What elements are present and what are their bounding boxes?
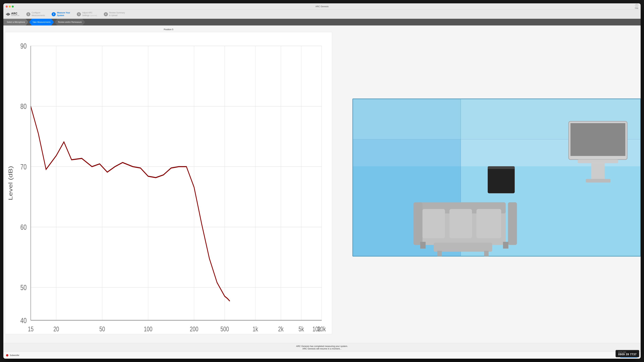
step-1-number: 1 (26, 12, 30, 16)
svg-text:90: 90 (20, 42, 27, 50)
step-3-label: Adjust ARCSettings (optional) (82, 11, 97, 17)
chart-area: Position 5 Level (dB) (3, 25, 244, 137)
subnav-select-microphone-label: Select a Microphone (7, 21, 25, 23)
top-navigation: ARC GENESIS 1 ConfigureMeasurements 2 Me… (3, 10, 244, 19)
main-content: Position 5 Level (dB) (3, 25, 244, 137)
chart-title: Position 5 (5, 28, 244, 31)
step-4-number: 4 (104, 12, 108, 16)
step-1-label: ConfigureMeasurements (32, 11, 45, 17)
arc-brand-name: ARC (11, 12, 20, 15)
traffic-lights (3, 5, 14, 7)
arc-brand-genesis: GENESIS (11, 15, 20, 16)
step-4[interactable]: 4 Review Summary& Upload (100, 11, 128, 17)
svg-text:80: 80 (20, 102, 27, 111)
step-3-number: 3 (77, 12, 81, 16)
sub-navigation: Select a Microphone Take Measurements Re… (3, 19, 244, 25)
minimize-button[interactable] (9, 5, 11, 7)
titlebar: ARC Genesis ? Help (3, 3, 244, 10)
step-2-number: 2 (52, 12, 56, 16)
step-4-label: Review Summary& Upload (109, 11, 125, 17)
maximize-button[interactable] (12, 5, 14, 7)
step-navigation: 1 ConfigureMeasurements 2 Measure YourSy… (23, 11, 244, 17)
arc-logo-text: ARC GENESIS (11, 12, 20, 16)
subnav-review-remeasure-label: Review and/or Remeasure (58, 21, 82, 23)
subnav-take-measurements[interactable]: Take Measurements (29, 19, 54, 25)
step-1[interactable]: 1 ConfigureMeasurements (23, 11, 48, 17)
close-button[interactable] (6, 5, 8, 7)
app-window: ARC Genesis ? Help ARC GENESIS (3, 3, 244, 137)
subnav-select-microphone[interactable]: Select a Microphone (3, 19, 28, 25)
step-3[interactable]: 3 Adjust ARCSettings (optional) (74, 11, 100, 17)
step-2-label: Measure YourSystem (57, 11, 70, 17)
content-area: Position 5 Level (dB) (3, 25, 244, 137)
step-2[interactable]: 2 Measure YourSystem (48, 11, 74, 17)
frequency-chart: 90 80 70 60 50 40 (5, 32, 244, 137)
subnav-take-measurements-label: Take Measurements (32, 21, 50, 23)
chart-wrapper: 90 80 70 60 50 40 (5, 32, 244, 137)
arc-logo: ARC GENESIS (6, 12, 20, 16)
subnav-review-remeasure[interactable]: Review and/or Remeasure (54, 19, 85, 25)
arc-wave-icon (6, 13, 10, 16)
